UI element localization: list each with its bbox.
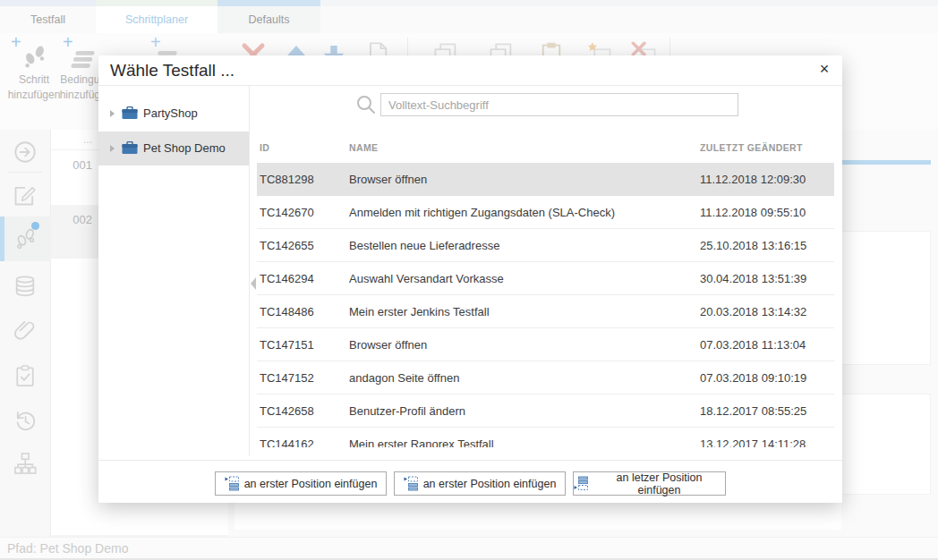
chevron-right-icon[interactable] — [110, 110, 115, 117]
cell-changed: 07.03.2018 09:10:19 — [700, 371, 834, 385]
table-row[interactable]: TC146294 Auswahl Versandart Vorkasse 30.… — [257, 262, 834, 295]
cell-id: TC144162 — [257, 437, 349, 448]
dialog-title-divider — [98, 85, 842, 86]
tab-color-strip-defaults — [217, 0, 320, 6]
step-number: 002 — [51, 213, 92, 226]
cell-changed: 30.04.2018 13:51:39 — [700, 272, 834, 285]
checklist-icon[interactable] — [13, 363, 38, 388]
table-header: ID NAME ZULETZT GEÄNDERT — [257, 132, 834, 163]
cell-id: TC146294 — [257, 272, 349, 285]
insert-at-first-position-button-2[interactable]: an erster Position einfügen — [394, 471, 566, 496]
close-icon[interactable]: × — [814, 60, 834, 81]
tree-item-partyshop[interactable]: PartyShop — [98, 97, 249, 131]
column-header-changed: ZULETZT GEÄNDERT — [700, 142, 834, 153]
cell-changed: 11.12.2018 12:09:30 — [700, 173, 834, 186]
table-row[interactable]: TC881298 Browser öffnen 11.12.2018 12:09… — [257, 163, 834, 196]
cell-name: Benutzer-Profil ändern — [349, 404, 700, 418]
cell-id: TC142658 — [257, 404, 349, 418]
tree-item-label: Pet Shop Demo — [143, 141, 226, 155]
cell-changed: 13.12.2017 14:11:28 — [700, 437, 834, 448]
status-bar: Pfad: Pet Shop Demo — [0, 537, 938, 560]
table-row[interactable]: TC148486 Mein erster Jenkins Testfall 20… — [257, 295, 834, 328]
project-case-icon — [122, 106, 138, 120]
project-case-icon — [122, 141, 138, 155]
attachment-icon[interactable] — [13, 318, 38, 344]
tab-color-strip-testfall — [0, 0, 96, 6]
button-label: an erster Position einfügen — [244, 478, 378, 490]
cell-changed: 20.03.2018 13:14:32 — [700, 305, 834, 318]
cell-id: TC147152 — [257, 371, 349, 385]
path-status-text: Pfad: Pet Shop Demo — [7, 541, 128, 556]
table-row[interactable]: TC142670 Anmelden mit richtigen Zugangsd… — [257, 196, 834, 229]
table-row[interactable]: TC142655 Bestellen neue Lieferadresse 25… — [257, 229, 834, 262]
tab-bar: Testfall Schrittplaner Defaults — [0, 6, 938, 33]
cell-name: Browser öffnen — [349, 338, 700, 352]
cell-id: TC147151 — [257, 338, 349, 352]
cell-id: TC142655 — [257, 239, 349, 252]
cell-changed: 11.12.2018 09:55:10 — [700, 206, 834, 219]
cell-changed: 07.03.2018 11:13:04 — [700, 338, 834, 352]
insert-first-icon — [225, 476, 239, 491]
cell-changed: 18.12.2017 08:55:25 — [700, 404, 834, 418]
step-planner-icon[interactable] — [13, 226, 38, 251]
tree-item-pet-shop-demo[interactable]: Pet Shop Demo — [98, 132, 249, 165]
dialog-title: Wähle Testfall ... — [110, 61, 234, 81]
cell-changed: 25.10.2018 13:16:15 — [700, 239, 834, 252]
cell-name: Mein erster Ranorex Testfall — [349, 437, 700, 448]
table-body: TC881298 Browser öffnen 11.12.2018 12:09… — [257, 163, 834, 447]
plus-icon: + — [63, 35, 73, 50]
table-row[interactable]: TC142658 Benutzer-Profil ändern 18.12.20… — [257, 395, 834, 428]
sidebar-active-indicator — [0, 216, 4, 261]
cell-id: TC881298 — [257, 173, 349, 186]
search-icon — [355, 94, 377, 115]
notification-dot — [31, 222, 39, 230]
cell-name: Auswahl Versandart Vorkasse — [349, 272, 700, 285]
chevron-right-icon[interactable] — [110, 145, 115, 152]
plus-icon: + — [11, 35, 21, 50]
data-icon[interactable] — [13, 274, 38, 299]
cell-id: TC142670 — [257, 206, 349, 219]
tab-color-strip-schrittplaner — [96, 0, 217, 6]
insert-at-first-position-button[interactable]: an erster Position einfügen — [215, 471, 387, 496]
cell-name: Bestellen neue Lieferadresse — [349, 239, 700, 252]
cell-name: Mein erster Jenkins Testfall — [349, 305, 700, 318]
go-to-icon[interactable] — [13, 140, 38, 165]
fulltext-search-input[interactable] — [380, 93, 738, 116]
dialog-footer-divider — [98, 460, 842, 461]
tab-defaults[interactable]: Defaults — [217, 6, 320, 33]
cell-name: Browser öffnen — [349, 173, 700, 186]
insert-at-last-position-button[interactable]: an letzer Position einfügen — [573, 471, 726, 496]
testcase-table: ID NAME ZULETZT GEÄNDERT TC881298 Browse… — [257, 132, 834, 447]
cell-name: Anmelden mit richtigen Zugangsdaten (SLA… — [349, 206, 700, 219]
sidebar — [0, 130, 51, 537]
tab-schrittplaner[interactable]: Schrittplaner — [96, 6, 217, 33]
column-header-name: NAME — [349, 142, 700, 153]
column-header-id: ID — [257, 142, 349, 153]
cell-name: andagon Seite öffnen — [349, 371, 700, 385]
insert-first-icon — [404, 476, 418, 491]
sidebar-divider — [8, 172, 42, 173]
button-label: an letzer Position einfügen — [593, 471, 725, 496]
choose-testcase-dialog: Wähle Testfall ... × PartyShop Pet Shop … — [98, 55, 842, 503]
button-label: an erster Position einfügen — [423, 478, 557, 490]
table-row[interactable]: TC144162 Mein erster Ranorex Testfall 13… — [257, 428, 834, 447]
tree-item-label: PartyShop — [143, 106, 198, 120]
step-number: 001 — [51, 158, 92, 172]
table-row[interactable]: TC147151 Browser öffnen 07.03.2018 11:13… — [257, 328, 834, 361]
layers-icon — [71, 42, 101, 72]
footsteps-icon — [19, 42, 49, 72]
insert-last-icon — [574, 476, 588, 491]
cell-id: TC148486 — [257, 305, 349, 318]
table-row[interactable]: TC147152 andagon Seite öffnen 07.03.2018… — [257, 361, 834, 395]
step-number-column-header: ... — [76, 133, 92, 146]
hierarchy-icon[interactable] — [13, 451, 38, 476]
edit-icon[interactable] — [13, 182, 38, 208]
plus-icon: + — [150, 35, 161, 50]
tree-panel-divider — [249, 85, 250, 456]
history-icon[interactable] — [13, 408, 38, 433]
tab-testfall[interactable]: Testfall — [0, 6, 96, 33]
